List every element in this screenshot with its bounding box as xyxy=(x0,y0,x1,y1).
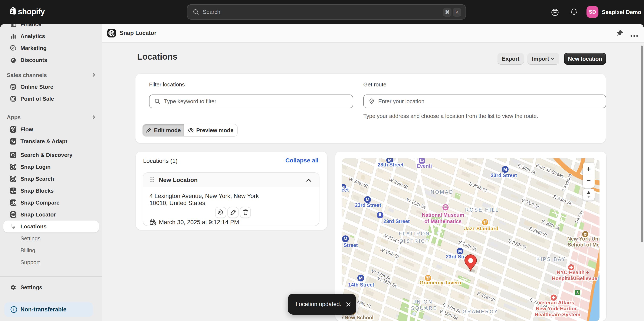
svg-text:M: M xyxy=(458,249,462,254)
svg-text:NOMAD: NOMAD xyxy=(430,189,454,195)
svg-text:NYC Health +: NYC Health + xyxy=(557,270,589,275)
svg-text:14th Street: 14th Street xyxy=(348,282,374,288)
svg-text:23rd Street: 23rd Street xyxy=(383,219,410,224)
svg-text:Jazz Standard: Jazz Standard xyxy=(464,226,498,231)
svg-text:shopify: shopify xyxy=(18,7,45,16)
svg-text:Gramercy Tavern: Gramercy Tavern xyxy=(420,280,461,286)
svg-text:n Street: n Street xyxy=(342,243,358,248)
svg-text:treet: treet xyxy=(342,187,349,193)
svg-text:23rd Street: 23rd Street xyxy=(355,202,381,208)
svg-text:e New School: e New School xyxy=(342,315,374,320)
svg-text:SQUARE: SQUARE xyxy=(411,306,438,311)
svg-text:New York Univer: New York Univer xyxy=(567,236,600,242)
svg-text:UNION: UNION xyxy=(412,299,433,305)
svg-text:M: M xyxy=(366,197,370,202)
svg-text:Veteran Affairs: Veteran Affairs xyxy=(538,300,574,306)
svg-text:28th Street: 28th Street xyxy=(378,162,404,168)
svg-text:Hospitals/Bellevue: Hospitals/Bellevue xyxy=(552,276,597,281)
svg-text:DISTRICT: DISTRICT xyxy=(399,238,429,244)
svg-text:GRAMERCY: GRAMERCY xyxy=(462,309,498,315)
svg-text:M: M xyxy=(344,236,347,241)
svg-text:M: M xyxy=(503,167,507,172)
svg-text:FLATIRON: FLATIRON xyxy=(399,231,430,237)
svg-text:M: M xyxy=(359,276,363,280)
svg-text:School of Medic: School of Medic xyxy=(568,242,600,248)
svg-text:Eventi: Eventi xyxy=(416,163,432,169)
svg-text:Healthcare System: Healthcare System xyxy=(535,312,580,318)
svg-text:National Museum: National Museum xyxy=(422,212,464,218)
svg-text:8: 8 xyxy=(576,291,578,295)
svg-text:33rd Street: 33rd Street xyxy=(491,173,517,178)
svg-text:of Mathematics: of Mathematics xyxy=(424,218,462,224)
svg-text:KIPS BAY: KIPS BAY xyxy=(536,257,566,262)
svg-text:ROSE HILL: ROSE HILL xyxy=(465,207,499,213)
svg-text:23rd Str: 23rd Str xyxy=(446,254,465,260)
svg-text:New York Harbor: New York Harbor xyxy=(536,306,577,312)
